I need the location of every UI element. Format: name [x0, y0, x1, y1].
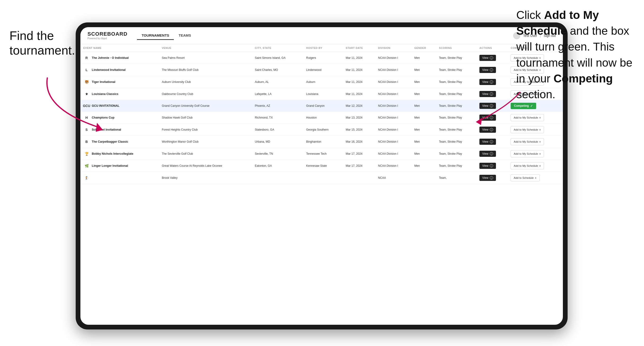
- division-cell: NCAA Division I: [375, 160, 412, 172]
- info-icon: i: [490, 80, 493, 84]
- start-date-cell: Mar 11, 2024: [343, 76, 375, 88]
- gender-cell: Men: [412, 88, 436, 100]
- hosted-by-cell: Georgia Southern: [303, 124, 343, 136]
- city-state-cell: Statesboro, GA: [252, 124, 303, 136]
- venue-cell: Great Waters Course At Reynolds Lake Oco…: [159, 160, 252, 172]
- event-name-text: The Johnnie - O Individual: [92, 56, 129, 59]
- col-division: DIVISION: [375, 44, 412, 52]
- division-cell: NCAA Division I: [375, 76, 412, 88]
- table-row: B The Carpetbagger Classic Worthington M…: [80, 136, 563, 148]
- plus-icon: +: [535, 176, 537, 180]
- city-state-cell: Sevierville, TN: [252, 148, 303, 160]
- actions-cell: View i: [476, 64, 508, 76]
- plus-icon: +: [539, 152, 541, 156]
- scoring-cell: Team, Stroke Play: [436, 148, 476, 160]
- add-to-schedule-button[interactable]: Add to My Schedule +: [510, 150, 544, 157]
- division-cell: NCAA Division I: [375, 124, 412, 136]
- city-state-cell: Lafayette, LA: [252, 88, 303, 100]
- scoring-cell: Team, Stroke Play: [436, 160, 476, 172]
- start-date-cell: Mar 17, 2024: [343, 148, 375, 160]
- competing-cell: Add to Schedule +: [508, 172, 563, 184]
- actions-cell: View i: [476, 172, 508, 184]
- view-button[interactable]: View i: [480, 55, 496, 61]
- scoring-cell: Team,: [436, 172, 476, 184]
- gender-cell: Men: [412, 100, 436, 112]
- tablet-screen: SCOREBOARD Powered by clippd TOURNAMENTS…: [80, 27, 563, 325]
- check-icon: ✓: [530, 104, 533, 108]
- info-icon: i: [490, 176, 493, 179]
- event-name-text: Linger Longer Invitational: [92, 164, 128, 168]
- city-state-cell: Richmond, TX: [252, 112, 303, 124]
- division-cell: NCAA Division I: [375, 88, 412, 100]
- add-to-schedule-button[interactable]: Add to Schedule +: [510, 174, 540, 181]
- event-name-text: The Carpetbagger Classic: [92, 140, 128, 143]
- view-button[interactable]: View i: [480, 151, 496, 157]
- venue-cell: Shadow Hawk Golf Club: [159, 112, 252, 124]
- add-to-schedule-button[interactable]: Add to My Schedule +: [510, 138, 544, 145]
- scoring-cell: Team, Stroke Play: [436, 52, 476, 64]
- city-state-cell: Urbana, MD: [252, 136, 303, 148]
- venue-cell: Grand Canyon University Golf Course: [159, 100, 252, 112]
- division-cell: NCAA Division I: [375, 100, 412, 112]
- view-button[interactable]: View i: [480, 79, 496, 85]
- start-date-cell: Mar 12, 2024: [343, 100, 375, 112]
- info-icon: i: [490, 68, 493, 72]
- info-icon: i: [490, 56, 493, 59]
- competing-cell: Add to My Schedule +: [508, 136, 563, 148]
- start-date-cell: Mar 11, 2024: [343, 88, 375, 100]
- table-row: 🏆 Bobby Nichols Intercollegiate The Sevi…: [80, 148, 563, 160]
- plus-icon: +: [539, 140, 541, 144]
- info-icon: i: [490, 164, 493, 168]
- team-logo: B: [83, 138, 90, 145]
- venue-cell: The Missouri Bluffs Golf Club: [159, 64, 252, 76]
- venue-cell: Brook Valley: [159, 172, 252, 184]
- table-row: 🌿 Linger Longer Invitational Great Water…: [80, 160, 563, 172]
- plus-icon: +: [539, 164, 541, 168]
- venue-cell: Forest Heights Country Club: [159, 124, 252, 136]
- view-button[interactable]: View i: [480, 139, 496, 145]
- scoring-cell: Team, Stroke Play: [436, 136, 476, 148]
- team-logo: 🏆: [83, 151, 90, 157]
- view-button[interactable]: View i: [480, 67, 496, 73]
- svg-marker-1: [476, 118, 482, 125]
- gender-cell: Men: [412, 76, 436, 88]
- col-event-name: EVENT NAME: [80, 44, 159, 52]
- division-cell: NCAA Division I: [375, 52, 412, 64]
- app-logo-sub: Powered by clippd: [88, 37, 128, 40]
- arrow-left: [38, 73, 114, 139]
- app-logo: SCOREBOARD: [88, 31, 128, 37]
- tab-tournaments[interactable]: TOURNAMENTS: [137, 31, 174, 40]
- arrow-right: [466, 85, 528, 132]
- nav-tabs: TOURNAMENTS TEAMS: [137, 31, 196, 40]
- hosted-by-cell: Binghamton: [303, 136, 343, 148]
- tablet-frame: SCOREBOARD Powered by clippd TOURNAMENTS…: [76, 22, 568, 330]
- division-cell: NCAA Division I: [375, 112, 412, 124]
- add-to-schedule-button[interactable]: Add to My Schedule +: [510, 162, 544, 169]
- annotation-right: Click Add to My Schedule and the box wil…: [516, 7, 634, 102]
- hosted-by-cell: Tennessee Tech: [303, 148, 343, 160]
- event-name-text: Lindenwood Invitational: [92, 68, 126, 72]
- competing-cell: Add to My Schedule +: [508, 160, 563, 172]
- hosted-by-cell: Kennesaw State: [303, 160, 343, 172]
- division-cell: NCAA Division I: [375, 148, 412, 160]
- division-cell: NCAA Division I: [375, 136, 412, 148]
- app-container: SCOREBOARD Powered by clippd TOURNAMENTS…: [80, 27, 563, 325]
- start-date-cell: Mar 17, 2024: [343, 160, 375, 172]
- team-logo: L: [83, 67, 90, 73]
- gender-cell: Men: [412, 160, 436, 172]
- start-date-cell: Mar 13, 2024: [343, 112, 375, 124]
- add-schedule-label: Add to My Schedule: [514, 152, 538, 155]
- tab-teams[interactable]: TEAMS: [174, 31, 196, 40]
- hosted-by-cell: Lindenwood: [303, 64, 343, 76]
- venue-cell: Worthington Manor Golf Club: [159, 136, 252, 148]
- start-date-cell: [343, 172, 375, 184]
- view-button[interactable]: View i: [480, 163, 496, 169]
- info-icon: i: [490, 152, 493, 156]
- start-date-cell: Mar 11, 2024: [343, 64, 375, 76]
- view-button[interactable]: View i: [480, 175, 496, 181]
- gender-cell: Men: [412, 136, 436, 148]
- hosted-by-cell: Rutgers: [303, 52, 343, 64]
- col-venue: VENUE: [159, 44, 252, 52]
- city-state-cell: Phoenix, AZ: [252, 100, 303, 112]
- team-logo: 🌿: [83, 163, 90, 169]
